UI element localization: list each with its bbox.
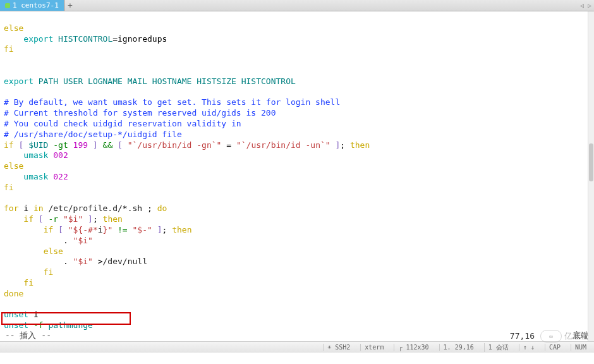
scrollbar-thumb[interactable] [589, 143, 593, 181]
vertical-scrollbar[interactable] [588, 11, 594, 341]
new-tab-button[interactable]: + [64, 0, 76, 11]
code-line: else [4, 161, 23, 171]
terminal-size: ┌ 112x30 [394, 344, 432, 351]
version-info: 1. 29,16 [439, 344, 478, 351]
code-line: else [4, 246, 63, 256]
terminal-status-bar: ☀ SSH2 xterm ┌ 112x30 1. 29,16 1 会话 ↑ ↓ … [0, 341, 594, 353]
code-line: fi [4, 183, 14, 192]
code-line: fi [4, 44, 14, 54]
code-line: else [4, 23, 23, 33]
code-line: umask 002 [4, 150, 68, 160]
numlock-indicator: NUM [571, 344, 590, 351]
code-line: . "$i" [4, 236, 93, 245]
cursor-position: 77,16 [510, 331, 535, 341]
capslock-indicator: CAP [545, 344, 564, 351]
watermark-text: 亿速云 [564, 331, 589, 342]
code-line: unset i [4, 310, 39, 319]
code-line: if [ -r "$i" ]; then [4, 214, 123, 224]
code-line: done [4, 289, 23, 298]
connection-status-dot [5, 3, 10, 8]
code-line: fi [4, 267, 53, 277]
code-line: umask 022 [4, 172, 68, 181]
code-line: fi [4, 278, 33, 288]
code-line: . "$i" >/dev/null [4, 257, 147, 266]
window-nav: ◁ ▷ [580, 0, 594, 11]
code-comment: # Current threshold for system reserved … [4, 108, 276, 118]
scroll-arrows-icon[interactable]: ↑ ↓ [519, 344, 538, 351]
prev-tab-icon[interactable]: ◁ [580, 2, 584, 9]
vim-mode: -- 插入 -- [5, 330, 51, 341]
watermark-logo-icon: ∞ [540, 330, 562, 343]
code-line: if [ $UID -gt 199 ] && [ "`/usr/bin/id -… [4, 140, 370, 150]
watermark: ∞ 亿速云 [540, 330, 589, 343]
code-comment: # You could check uidgid reservation val… [4, 119, 241, 128]
code-line: unset -f pathmunge [4, 320, 93, 330]
session-count: 1 会话 [484, 343, 512, 352]
code-line: for i in /etc/profile.d/*.sh ; do [4, 203, 167, 213]
vim-status-bar: -- 插入 -- 77,16 底端 [0, 330, 594, 341]
protocol-indicator: ☀ SSH2 [323, 344, 354, 351]
tab-active[interactable]: 1 centos7-1 [0, 0, 64, 11]
code-line: export PATH USER LOGNAME MAIL HOSTNAME H… [4, 76, 296, 86]
tab-bar: 1 centos7-1 + ◁ ▷ [0, 0, 594, 11]
code-line: if [ "${-#*i}" != "$-" ]; then [4, 225, 191, 234]
terminal-type: xterm [360, 344, 387, 351]
terminal-editor[interactable]: else export HISTCONTROL=ignoredups fi ex… [0, 11, 594, 343]
tab-label: 1 centos7-1 [13, 1, 59, 9]
code-comment: # By default, we want umask to get set. … [4, 97, 340, 107]
next-tab-icon[interactable]: ▷ [588, 2, 591, 9]
code-line: export HISTCONTROL=ignoredups [4, 34, 167, 44]
code-comment: # /usr/share/doc/setup-*/uidgid file [4, 130, 182, 139]
